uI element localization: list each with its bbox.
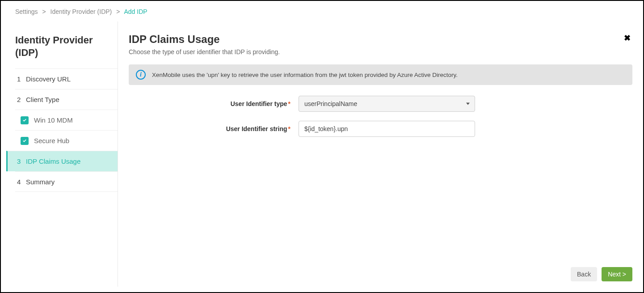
main-panel: IDP Claims Usage Choose the type of user… [118, 21, 638, 287]
select-user-identifier-type[interactable]: userPrincipalName [299, 96, 475, 112]
required-asterisk: * [288, 100, 290, 107]
caret-down-icon [466, 103, 470, 105]
breadcrumb-settings[interactable]: Settings [15, 8, 38, 15]
sidebar-title: Identity Provider (IDP) [15, 34, 118, 68]
step-label: Summary [26, 178, 55, 186]
step-label: Discovery URL [26, 75, 71, 83]
page-subtitle: Choose the type of user identifier that … [129, 48, 280, 55]
substep-label: Secure Hub [34, 137, 69, 144]
step-number: 1 [17, 75, 26, 83]
step-idp-claims-usage[interactable]: 3 IDP Claims Usage [6, 151, 118, 171]
back-button[interactable]: Back [571, 267, 597, 281]
info-icon: i [136, 70, 146, 80]
substep-win10-mdm[interactable]: Win 10 MDM [15, 110, 118, 130]
step-number: 4 [17, 178, 26, 186]
label-user-identifier-type: User Identifier type* [129, 100, 299, 107]
close-icon[interactable]: ✖ [622, 33, 632, 43]
breadcrumb-sep: > [116, 8, 120, 15]
label-text: User Identifier type [231, 100, 287, 107]
checkmark-icon [21, 116, 29, 124]
step-discovery-url[interactable]: 1 Discovery URL [15, 68, 118, 89]
next-button[interactable]: Next > [602, 267, 632, 281]
page-title: IDP Claims Usage [129, 33, 280, 46]
substep-secure-hub[interactable]: Secure Hub [15, 130, 118, 151]
label-text: User Identifier string [226, 125, 287, 132]
label-user-identifier-string: User Identifier string* [129, 125, 299, 132]
input-user-identifier-string[interactable] [299, 121, 475, 137]
step-number: 2 [17, 96, 26, 103]
wizard-footer: Back Next > [571, 267, 632, 281]
info-text: XenMobile uses the 'upn' key to retrieve… [152, 72, 458, 78]
breadcrumb: Settings > Identity Provider (IDP) > Add… [1, 1, 643, 21]
step-client-type[interactable]: 2 Client Type [15, 89, 118, 110]
wizard-sidebar: Identity Provider (IDP) 1 Discovery URL … [6, 21, 118, 287]
breadcrumb-idp[interactable]: Identity Provider (IDP) [51, 8, 112, 15]
row-user-identifier-string: User Identifier string* [129, 121, 632, 137]
select-value: userPrincipalName [304, 100, 357, 107]
breadcrumb-sep: > [42, 8, 46, 15]
info-banner: i XenMobile uses the 'upn' key to retrie… [129, 64, 632, 85]
breadcrumb-current: Add IDP [124, 8, 147, 15]
row-user-identifier-type: User Identifier type* userPrincipalName [129, 96, 632, 112]
checkmark-icon [21, 137, 29, 145]
step-label: Client Type [26, 96, 59, 103]
substep-label: Win 10 MDM [34, 116, 73, 124]
step-summary[interactable]: 4 Summary [15, 171, 118, 192]
step-number: 3 [17, 157, 26, 165]
required-asterisk: * [288, 125, 290, 132]
step-label: IDP Claims Usage [26, 157, 80, 165]
